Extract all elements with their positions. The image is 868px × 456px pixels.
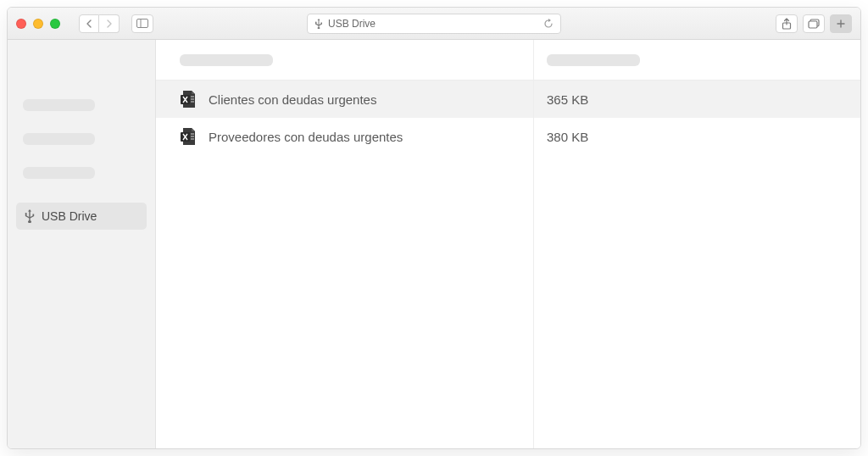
- maximize-window-button[interactable]: [50, 19, 60, 29]
- finder-window: USB Drive: [7, 7, 861, 449]
- sidebar-item-label: USB Drive: [42, 209, 97, 223]
- sidebar: USB Drive: [8, 40, 156, 448]
- svg-rect-0: [137, 19, 148, 28]
- minimize-window-button[interactable]: [33, 19, 43, 29]
- sidebar-placeholder: [23, 167, 95, 179]
- file-rows: Clientes con deudas urgentes 365 KB: [156, 81, 860, 448]
- svg-rect-4: [809, 21, 817, 28]
- file-list-pane: Clientes con deudas urgentes 365 KB: [156, 40, 860, 448]
- content-area: USB Drive: [8, 40, 860, 448]
- column-divider[interactable]: [533, 40, 534, 80]
- column-header-size[interactable]: [533, 54, 860, 66]
- sidebar-placeholder: [23, 99, 95, 111]
- share-button[interactable]: [776, 14, 798, 33]
- refresh-button[interactable]: [543, 19, 554, 29]
- titlebar-right-group: [776, 14, 852, 33]
- table-row[interactable]: Clientes con deudas urgentes 365 KB: [156, 81, 860, 118]
- column-divider[interactable]: [533, 81, 534, 448]
- file-size-label: 365 KB: [547, 92, 588, 107]
- usb-icon: [25, 209, 35, 223]
- sidebar-item-usb-drive[interactable]: USB Drive: [16, 203, 147, 230]
- titlebar: USB Drive: [8, 8, 860, 40]
- traffic-lights: [16, 19, 60, 29]
- sidebar-placeholder: [23, 133, 95, 145]
- header-placeholder: [180, 54, 273, 66]
- nav-buttons-group: [79, 14, 120, 33]
- cell-name: Proveedores con deudas urgentes: [156, 127, 533, 146]
- header-placeholder: [547, 54, 640, 66]
- close-window-button[interactable]: [16, 19, 26, 29]
- file-size-label: 380 KB: [547, 130, 588, 144]
- file-name-label: Clientes con deudas urgentes: [209, 92, 376, 107]
- cell-name: Clientes con deudas urgentes: [156, 90, 533, 108]
- back-button[interactable]: [79, 14, 99, 33]
- address-bar-label: USB Drive: [328, 18, 376, 30]
- excel-file-icon: [180, 90, 197, 108]
- cell-size: 365 KB: [533, 92, 860, 107]
- table-row[interactable]: Proveedores con deudas urgentes 380 KB: [156, 118, 860, 155]
- usb-icon: [314, 19, 323, 29]
- new-tab-button[interactable]: [830, 14, 852, 33]
- column-headers: [156, 40, 860, 81]
- column-header-name[interactable]: [156, 54, 533, 66]
- address-bar[interactable]: USB Drive: [307, 14, 561, 34]
- tabs-button[interactable]: [803, 14, 825, 33]
- excel-file-icon: [180, 127, 197, 146]
- sidebar-toggle-button[interactable]: [131, 14, 153, 33]
- file-name-label: Proveedores con deudas urgentes: [209, 130, 403, 144]
- cell-size: 380 KB: [533, 130, 860, 144]
- forward-button[interactable]: [99, 14, 120, 33]
